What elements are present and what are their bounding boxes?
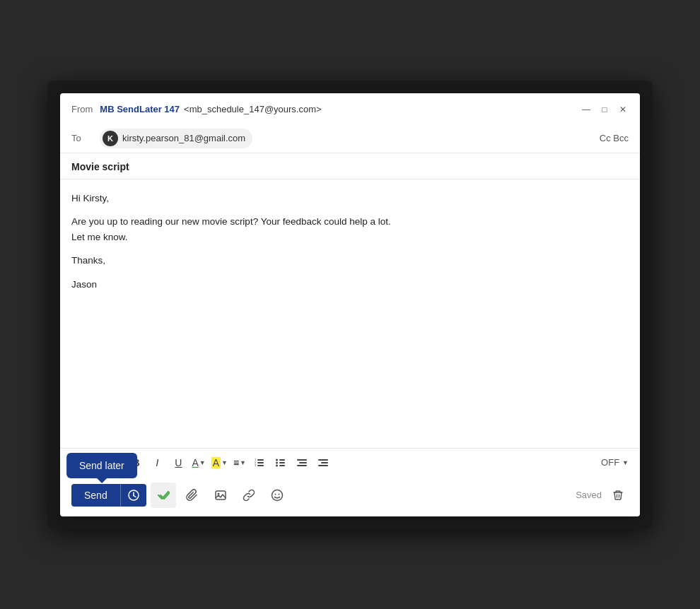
off-chevron-icon: ▼	[622, 459, 629, 466]
trash-button[interactable]	[607, 485, 629, 506]
signature: Jason	[71, 277, 629, 292]
italic-button[interactable]: I	[147, 453, 167, 473]
align-icon: ≡	[233, 457, 239, 468]
email-body[interactable]: Hi Kirsty, Are you up to reading our new…	[60, 179, 640, 448]
ordered-list-button[interactable]: 1 2 3	[250, 453, 269, 473]
svg-rect-12	[297, 459, 307, 461]
body-para1: Are you up to reading our new movie scri…	[71, 214, 629, 244]
align-dropdown[interactable]: ≡ ▼	[231, 456, 248, 470]
emoji-button[interactable]	[265, 483, 289, 507]
svg-rect-1	[257, 462, 264, 463]
svg-text:3: 3	[255, 463, 257, 467]
sender-name: MB SendLater 147	[100, 104, 180, 114]
subject-row: Movie script	[60, 153, 640, 179]
svg-point-25	[278, 493, 279, 495]
svg-point-22	[217, 492, 219, 495]
to-label: To	[71, 133, 93, 143]
unordered-list-button[interactable]	[271, 453, 291, 473]
unordered-list-icon	[275, 457, 286, 468]
ordered-list-icon: 1 2 3	[254, 457, 265, 468]
to-row: To K kirsty.pearson_81@gmail.com Cc Bcc	[60, 124, 640, 153]
close-button[interactable]: ✕	[617, 104, 629, 115]
send-clock-button[interactable]	[120, 484, 146, 507]
svg-rect-16	[321, 462, 328, 463]
cc-bcc-button[interactable]: Cc Bcc	[600, 133, 629, 143]
send-button-group: Send later Send	[71, 484, 146, 507]
trash-icon	[612, 490, 624, 501]
indent-decrease-button[interactable]	[292, 453, 312, 473]
link-icon	[243, 489, 255, 502]
saved-status: Saved	[576, 485, 629, 506]
bold-button[interactable]: B	[126, 453, 146, 473]
avatar: K	[103, 131, 118, 146]
attachment-icon	[186, 489, 199, 502]
svg-rect-7	[279, 459, 285, 461]
sender-email: <mb_schedule_147@yours.com>	[184, 104, 322, 114]
compose-window: From MB SendLater 147 <mb_schedule_147@y…	[60, 93, 640, 516]
svg-rect-0	[257, 459, 264, 461]
font-color-dropdown[interactable]: A ▼	[189, 456, 207, 470]
minimize-button[interactable]: —	[581, 104, 592, 115]
off-toggle[interactable]: OFF ▼	[601, 457, 629, 468]
formatting-bar: Arial 10 ▼ B I U A ▼ A ▼ ≡ ▼	[60, 448, 640, 477]
font-size-chevron-icon: ▼	[112, 459, 119, 466]
image-button[interactable]	[209, 483, 233, 507]
svg-rect-15	[318, 459, 328, 461]
indent-increase-icon	[317, 457, 329, 468]
send-button[interactable]: Send	[71, 484, 120, 507]
indent-decrease-icon	[296, 457, 308, 468]
align-chevron-icon: ▼	[240, 459, 246, 466]
highlight-chevron-icon: ▼	[221, 459, 228, 466]
closing: Thanks,	[71, 253, 629, 268]
font-family-selector[interactable]: Arial	[71, 456, 95, 469]
action-bar: Send later Send	[60, 477, 640, 516]
svg-point-23	[272, 490, 282, 500]
svg-rect-13	[299, 462, 307, 463]
svg-line-20	[134, 495, 136, 497]
attachment-button[interactable]	[180, 483, 204, 507]
image-icon	[214, 489, 227, 502]
font-color-icon: A	[192, 457, 198, 468]
highlight-icon: A	[211, 457, 221, 468]
svg-rect-11	[279, 465, 285, 466]
font-color-chevron-icon: ▼	[199, 459, 206, 466]
highlight-color-dropdown[interactable]: A ▼	[209, 456, 230, 470]
font-size-selector[interactable]: 10 ▼	[100, 456, 120, 469]
svg-point-8	[276, 461, 278, 463]
greeting: Hi Kirsty,	[71, 191, 629, 206]
svg-rect-9	[279, 462, 285, 463]
svg-point-24	[274, 493, 276, 495]
from-label: From	[71, 104, 93, 114]
window-controls: — □ ✕	[581, 104, 629, 115]
subject-text: Movie script	[71, 161, 129, 172]
svg-point-6	[276, 459, 278, 461]
checkmark-button[interactable]	[151, 483, 176, 508]
recipient-email: kirsty.pearson_81@gmail.com	[122, 133, 245, 143]
link-button[interactable]	[237, 483, 261, 507]
svg-rect-21	[216, 491, 226, 499]
title-bar: From MB SendLater 147 <mb_schedule_147@y…	[60, 93, 640, 124]
double-checkmark-icon	[157, 489, 170, 502]
svg-rect-14	[297, 465, 307, 466]
svg-point-10	[276, 464, 278, 466]
svg-rect-2	[257, 465, 264, 466]
svg-rect-17	[318, 465, 328, 466]
indent-increase-button[interactable]	[313, 453, 333, 473]
emoji-icon	[271, 489, 284, 502]
underline-button[interactable]: U	[168, 453, 188, 473]
recipient-chip[interactable]: K kirsty.pearson_81@gmail.com	[100, 129, 252, 148]
clock-icon	[128, 490, 139, 501]
maximize-button[interactable]: □	[599, 104, 610, 115]
